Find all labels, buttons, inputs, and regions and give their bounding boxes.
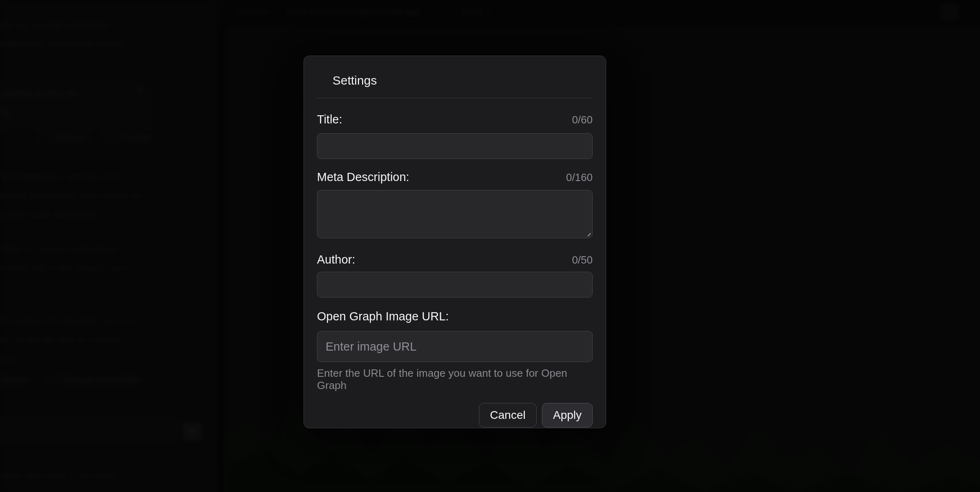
- author-input[interactable]: [317, 272, 593, 297]
- meta-description-wrap: [317, 190, 593, 238]
- meta-description-counter: 0/160: [566, 171, 593, 184]
- og-field-row: Open Graph Image URL:: [317, 309, 593, 324]
- modal-divider: [317, 98, 593, 98]
- title-label: Title:: [317, 112, 342, 127]
- author-label: Author:: [317, 252, 355, 267]
- og-image-url-label: Open Graph Image URL:: [317, 309, 449, 324]
- cancel-button[interactable]: Cancel: [479, 403, 537, 427]
- title-field-row: Title: 0/60: [317, 112, 593, 127]
- author-counter: 0/50: [572, 254, 593, 266]
- apply-button[interactable]: Apply: [542, 403, 593, 427]
- meta-description-label: Meta Description:: [317, 170, 409, 184]
- title-counter: 0/60: [572, 114, 593, 126]
- app-window: Chat preview skills visual message forma…: [0, 0, 980, 492]
- og-image-url-input[interactable]: [317, 331, 593, 362]
- title-input[interactable]: [317, 133, 593, 159]
- meta-description-textarea[interactable]: [317, 190, 593, 238]
- settings-modal: Settings Title: 0/60 Meta Description: 0…: [303, 56, 606, 428]
- og-helper-text: Enter the URL of the image you want to u…: [317, 367, 593, 391]
- meta-field-row: Meta Description: 0/160: [317, 170, 593, 184]
- author-field-row: Author: 0/50: [317, 252, 593, 267]
- modal-actions: Cancel Apply: [317, 403, 593, 427]
- modal-title: Settings: [333, 73, 593, 88]
